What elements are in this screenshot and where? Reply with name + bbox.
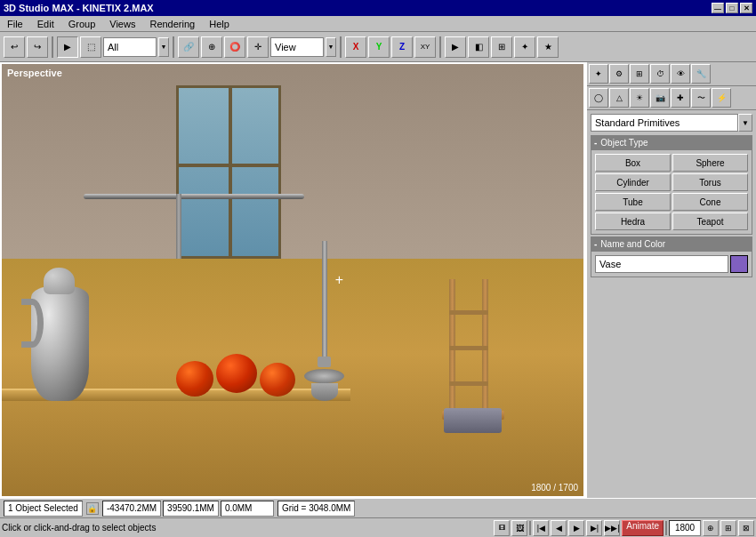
object-type-label: Object Type bbox=[600, 138, 647, 148]
selection-filter-dropdown[interactable]: All bbox=[103, 37, 157, 57]
frame-number-input[interactable] bbox=[669, 520, 701, 536]
rp-toolbar-top: ✦ ⚙ ⊞ ⏱ 👁 🔧 bbox=[587, 62, 756, 86]
cone-button[interactable]: Cone bbox=[672, 193, 748, 211]
create-icon[interactable]: ✦ bbox=[589, 64, 608, 84]
command-panel: Standard Primitives ▼ - Object Type Box … bbox=[587, 110, 756, 498]
systems-icon[interactable]: ⚡ bbox=[712, 88, 731, 108]
toolbar-sep-4 bbox=[439, 36, 441, 58]
menu-edit[interactable]: Edit bbox=[34, 18, 58, 30]
coordinates-display: -43470.2MM 39590.1MM 0.0MM bbox=[102, 501, 274, 517]
y-axis-button[interactable]: Y bbox=[368, 36, 390, 58]
object-count-field: 1 Object Selected bbox=[4, 501, 83, 517]
last-frame-button[interactable]: ▶▶| bbox=[604, 520, 620, 536]
helpers-icon[interactable]: ✚ bbox=[671, 88, 690, 108]
object-name-input[interactable] bbox=[595, 255, 728, 273]
primitives-dropdown[interactable]: Standard Primitives bbox=[591, 114, 738, 132]
cylinder-button[interactable]: Cylinder bbox=[595, 173, 671, 191]
teapot-button[interactable]: Teapot bbox=[672, 212, 748, 230]
cameras-icon[interactable]: 📷 bbox=[650, 88, 670, 108]
sphere-button[interactable]: Sphere bbox=[672, 154, 748, 172]
utilities-icon[interactable]: 🔧 bbox=[691, 64, 711, 84]
snap-button[interactable]: ✦ bbox=[514, 36, 535, 58]
name-color-header[interactable]: - Name and Color bbox=[591, 236, 752, 251]
undo-button[interactable]: ↩ bbox=[4, 36, 25, 58]
anim-sep bbox=[529, 521, 531, 535]
minimize-button[interactable]: — bbox=[712, 3, 724, 13]
hierarchy-icon[interactable]: ⊞ bbox=[630, 64, 649, 84]
viewport-coords: 1800 / 1700 bbox=[531, 483, 578, 493]
play-back-button[interactable]: ◀ bbox=[551, 520, 567, 536]
scene-fruits bbox=[176, 354, 295, 397]
select-button[interactable]: ▶ bbox=[57, 36, 78, 58]
display-icon[interactable]: 👁 bbox=[671, 64, 690, 84]
jug-handle bbox=[21, 299, 44, 348]
spacewarps-icon[interactable]: 〜 bbox=[691, 88, 711, 108]
toolbar-sep-3 bbox=[340, 36, 342, 58]
name-color-row bbox=[595, 255, 748, 273]
color-swatch[interactable] bbox=[730, 255, 748, 273]
lights-icon[interactable]: ☀ bbox=[630, 88, 649, 108]
shapes-icon[interactable]: △ bbox=[609, 88, 629, 108]
z-axis-button[interactable]: Z bbox=[391, 36, 413, 58]
z-coord-field: 0.0MM bbox=[221, 501, 274, 517]
anim-mode-icon[interactable]: 🎞 bbox=[494, 520, 510, 536]
close-button[interactable]: ✕ bbox=[740, 3, 752, 13]
zoom-all-button[interactable]: ⊞ bbox=[720, 520, 736, 536]
menu-file[interactable]: File bbox=[4, 18, 27, 30]
name-color-rollout: - Name and Color bbox=[591, 236, 752, 277]
array-button[interactable]: ⊞ bbox=[491, 36, 512, 58]
modify-icon[interactable]: ⚙ bbox=[609, 64, 629, 84]
view-dropdown-arrow[interactable]: ▼ bbox=[326, 37, 336, 57]
x-coord-field: -43470.2MM bbox=[102, 501, 161, 517]
maximize-button[interactable]: □ bbox=[726, 3, 738, 13]
selection-filter-arrow[interactable]: ▼ bbox=[158, 37, 169, 57]
main-toolbar: ↩ ↪ ▶ ⬚ All ▼ 🔗 ⊕ ⭕ ✛ View ▼ X Y Z XY ▶ … bbox=[0, 32, 756, 62]
named-sel-button[interactable]: ★ bbox=[537, 36, 559, 58]
torus-button[interactable]: Torus bbox=[672, 173, 748, 191]
redo-button[interactable]: ↪ bbox=[27, 36, 48, 58]
object-type-header[interactable]: - Object Type bbox=[591, 135, 752, 149]
hedra-button[interactable]: Hedra bbox=[595, 212, 671, 230]
view-dropdown[interactable]: View bbox=[270, 37, 324, 57]
geometry-icon[interactable]: ◯ bbox=[589, 88, 608, 108]
fruit-1 bbox=[176, 361, 213, 397]
tube-button[interactable]: Tube bbox=[595, 193, 671, 211]
lock-icon[interactable]: 🔒 bbox=[86, 502, 99, 515]
motion-icon[interactable]: ⏱ bbox=[650, 64, 670, 84]
anim-sep2 bbox=[665, 521, 667, 535]
jug-neck bbox=[44, 268, 75, 294]
menu-rendering[interactable]: Rendering bbox=[146, 18, 198, 30]
x-axis-button[interactable]: X bbox=[345, 36, 366, 58]
title-bar: 3D Studio MAX - KINETIX 2.MAX — □ ✕ bbox=[0, 0, 756, 16]
grid-size-field: Grid = 3048.0MM bbox=[277, 501, 356, 517]
viewport-perspective[interactable]: Perspective bbox=[0, 62, 585, 498]
animate-button[interactable]: Animate bbox=[622, 520, 664, 536]
prev-frame-button[interactable]: |◀ bbox=[533, 520, 549, 536]
minmax-button[interactable]: ⊠ bbox=[738, 520, 754, 536]
anim-icon2[interactable]: 🖼 bbox=[511, 520, 527, 536]
object-type-collapse-icon: - bbox=[594, 138, 597, 148]
unlink-button[interactable]: ⊕ bbox=[201, 36, 222, 58]
fruit-2 bbox=[216, 354, 257, 393]
link-button[interactable]: 🔗 bbox=[178, 36, 199, 58]
mirror-button[interactable]: ◧ bbox=[468, 36, 489, 58]
right-panel: ✦ ⚙ ⊞ ⏱ 👁 🔧 ◯ △ ☀ 📷 ✚ 〜 ⚡ Standard Primi… bbox=[585, 62, 756, 498]
play-fwd-button[interactable]: ▶ bbox=[568, 520, 584, 536]
scene-jug bbox=[20, 259, 100, 401]
menu-group[interactable]: Group bbox=[65, 18, 100, 30]
primitives-dropdown-arrow[interactable]: ▼ bbox=[738, 114, 752, 132]
y-coord-field: 39590.1MM bbox=[163, 501, 219, 517]
box-button[interactable]: Box bbox=[595, 154, 671, 172]
bind-button[interactable]: ⭕ bbox=[224, 36, 245, 58]
window-controls: — □ ✕ bbox=[712, 3, 752, 13]
toolbar-sep-2 bbox=[173, 36, 174, 58]
region-select-button[interactable]: ⬚ bbox=[80, 36, 101, 58]
lamp-pole bbox=[322, 241, 327, 357]
zoom-sel-button[interactable]: ⊕ bbox=[703, 520, 719, 536]
xy-axis-button[interactable]: XY bbox=[414, 36, 436, 58]
menu-views[interactable]: Views bbox=[106, 18, 139, 30]
move-button[interactable]: ✛ bbox=[247, 36, 269, 58]
menu-help[interactable]: Help bbox=[205, 18, 233, 30]
play-anim-button[interactable]: ▶ bbox=[445, 36, 466, 58]
next-frame-button[interactable]: ▶| bbox=[586, 520, 602, 536]
